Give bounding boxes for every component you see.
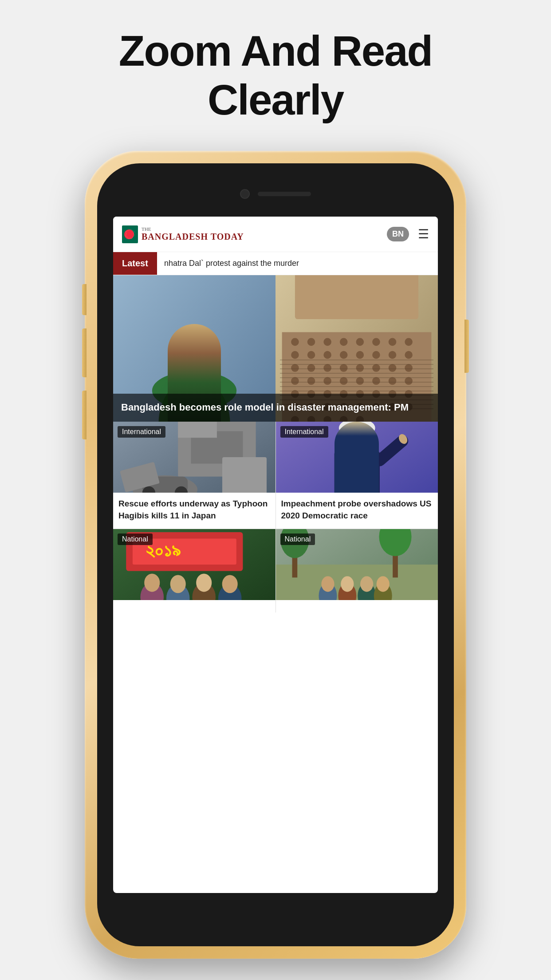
- header-right: BN ☰: [387, 227, 429, 241]
- article-title-biden: Impeachment probe overshadows US 2020 De…: [276, 493, 438, 529]
- earpiece-speaker: [258, 192, 311, 196]
- svg-point-40: [340, 377, 348, 385]
- svg-marker-81: [354, 450, 360, 476]
- svg-point-1: [124, 229, 134, 239]
- svg-point-90: [144, 574, 160, 592]
- svg-rect-99: [276, 565, 438, 600]
- svg-point-28: [405, 351, 413, 359]
- svg-point-31: [323, 364, 331, 372]
- flag-icon: [122, 225, 138, 243]
- svg-point-18: [372, 338, 380, 346]
- category-badge-international-1: International: [118, 426, 165, 438]
- power-button: [464, 320, 469, 373]
- article-title-national2: [276, 600, 438, 612]
- volume-up-button: [82, 328, 87, 377]
- category-badge-international-2: International: [280, 426, 328, 438]
- bottom-padding: [113, 612, 438, 621]
- svg-point-109: [360, 577, 373, 592]
- svg-point-34: [372, 364, 380, 372]
- svg-point-20: [405, 338, 413, 346]
- svg-point-30: [307, 364, 315, 372]
- svg-point-33: [356, 364, 364, 372]
- svg-point-36: [405, 364, 413, 372]
- article-card-national2[interactable]: National: [276, 529, 438, 612]
- article-thumb-typhoon: International: [113, 422, 276, 493]
- svg-point-29: [291, 364, 299, 372]
- article-thumb-national2: National: [276, 529, 438, 600]
- svg-point-107: [341, 577, 354, 592]
- svg-point-15: [323, 338, 331, 346]
- menu-icon[interactable]: ☰: [418, 228, 429, 241]
- svg-point-44: [405, 377, 413, 385]
- svg-point-24: [340, 351, 348, 359]
- svg-point-27: [389, 351, 397, 359]
- silent-switch: [82, 284, 87, 315]
- svg-point-94: [196, 574, 212, 592]
- article-title-national1: [113, 600, 276, 612]
- svg-point-96: [222, 575, 238, 593]
- svg-point-41: [356, 377, 364, 385]
- ticker-label: Latest: [113, 252, 157, 275]
- category-badge-national-1: National: [118, 533, 153, 545]
- svg-point-13: [291, 338, 299, 346]
- svg-point-80: [338, 422, 375, 438]
- phone-screen: THE BANGLADESH TODAY BN ☰ Latest nhatra …: [113, 217, 438, 893]
- ticker-text: nhatra Dal` protest against the murder: [157, 259, 306, 268]
- article-card-national1[interactable]: ২০১৯ National: [113, 529, 276, 612]
- svg-point-17: [356, 338, 364, 346]
- svg-point-111: [376, 577, 389, 592]
- svg-point-22: [307, 351, 315, 359]
- svg-point-92: [170, 575, 186, 593]
- svg-point-16: [340, 338, 348, 346]
- app-logo: THE BANGLADESH TODAY: [122, 225, 244, 243]
- article-card-typhoon[interactable]: International Rescue efforts underway as…: [113, 422, 276, 529]
- page-title: Zoom And Read Clearly: [0, 0, 551, 125]
- volume-down-button: [82, 391, 87, 439]
- phone-mockup: THE BANGLADESH TODAY BN ☰ Latest nhatra …: [85, 151, 466, 959]
- phone-shell: THE BANGLADESH TODAY BN ☰ Latest nhatra …: [85, 151, 466, 959]
- svg-point-39: [323, 377, 331, 385]
- svg-point-32: [340, 364, 348, 372]
- app-header: THE BANGLADESH TODAY BN ☰: [113, 217, 438, 252]
- svg-rect-78: [334, 450, 379, 493]
- svg-point-43: [389, 377, 397, 385]
- svg-point-37: [291, 377, 299, 385]
- svg-point-21: [291, 351, 299, 359]
- svg-point-23: [323, 351, 331, 359]
- article-card-biden[interactable]: International Impeachment probe overshad…: [276, 422, 438, 529]
- svg-point-105: [321, 577, 334, 592]
- ticker-bar: Latest nhatra Dal` protest against the m…: [113, 252, 438, 275]
- article-thumb-biden: International: [276, 422, 438, 493]
- article-thumb-national1: ২০১৯ National: [113, 529, 276, 600]
- hero-article[interactable]: Bangladesh becomes role model in disaste…: [113, 275, 438, 422]
- language-toggle[interactable]: BN: [387, 227, 409, 241]
- hero-caption: Bangladesh becomes role model in disaste…: [113, 394, 438, 422]
- phone-top-bar: [240, 189, 311, 199]
- svg-point-14: [307, 338, 315, 346]
- svg-point-26: [372, 351, 380, 359]
- front-camera: [240, 189, 250, 199]
- svg-point-38: [307, 377, 315, 385]
- svg-point-19: [389, 338, 397, 346]
- phone-bezel: THE BANGLADESH TODAY BN ☰ Latest nhatra …: [97, 163, 454, 946]
- svg-rect-11: [295, 275, 418, 319]
- svg-point-79: [338, 422, 375, 462]
- svg-point-35: [389, 364, 397, 372]
- svg-point-5: [169, 332, 219, 391]
- svg-marker-70: [178, 422, 217, 438]
- category-badge-national-2: National: [280, 533, 315, 545]
- article-title-typhoon: Rescue efforts underway as Typhoon Hagib…: [113, 493, 276, 529]
- articles-grid: International Rescue efforts underway as…: [113, 422, 438, 612]
- svg-point-25: [356, 351, 364, 359]
- svg-point-42: [372, 377, 380, 385]
- logo-text: THE BANGLADESH TODAY: [142, 226, 244, 242]
